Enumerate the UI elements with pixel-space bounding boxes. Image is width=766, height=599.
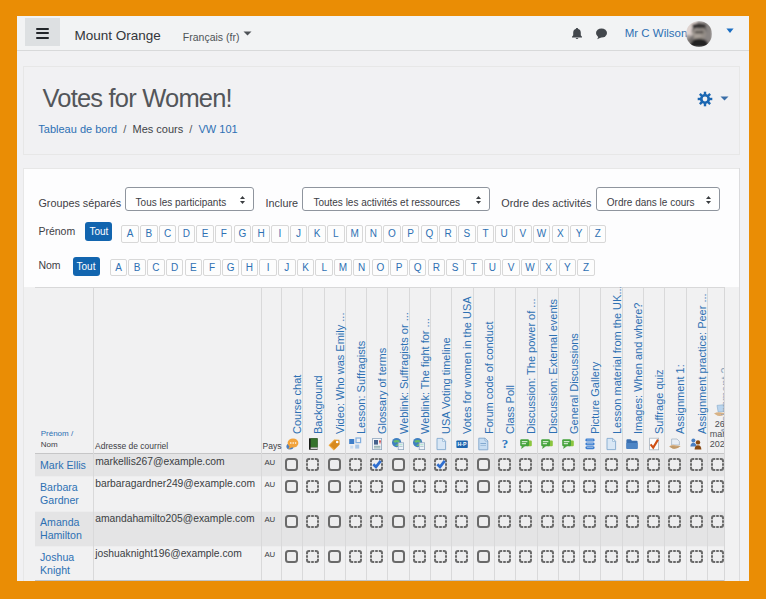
svg-text:?: ?	[501, 437, 508, 451]
svg-text:H·P: H·P	[457, 441, 466, 447]
